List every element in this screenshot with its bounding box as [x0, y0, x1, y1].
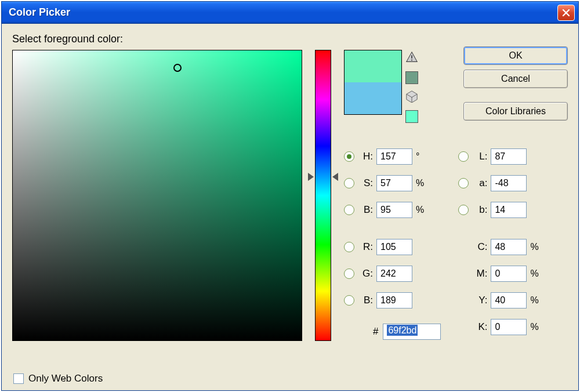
hue-arrow-left-icon: [308, 173, 314, 181]
input-h[interactable]: [376, 148, 412, 165]
saturation-brightness-field[interactable]: [12, 50, 302, 341]
dialog-body: Select foreground color:: [2, 24, 578, 390]
radio-h[interactable]: [344, 151, 354, 162]
label-bc: B:: [358, 295, 373, 306]
input-l[interactable]: [491, 148, 527, 165]
hsb-rgb-column: H: ° S: % B:: [344, 146, 441, 340]
radio-r[interactable]: [344, 242, 354, 252]
cancel-button[interactable]: Cancel: [463, 70, 568, 88]
websafe-warning-icon[interactable]: [405, 90, 418, 104]
unit-s: %: [416, 178, 427, 188]
label-y: Y:: [472, 295, 487, 306]
ok-button[interactable]: OK: [463, 46, 568, 65]
radio-b[interactable]: [458, 205, 469, 215]
websafe-closest-chip[interactable]: [405, 110, 418, 123]
lab-cmyk-column: L: a: b:: [458, 146, 542, 340]
label-k: K:: [472, 321, 487, 333]
old-color-swatch[interactable]: [345, 82, 401, 114]
hue-arrow-right-icon: [332, 173, 338, 181]
radio-bc[interactable]: [344, 295, 354, 306]
only-web-colors-label: Only Web Colors: [28, 373, 103, 384]
input-y[interactable]: [491, 292, 527, 308]
label-hex: #: [373, 326, 378, 337]
hue-slider[interactable]: [307, 50, 339, 341]
sb-cursor-icon: [173, 64, 182, 72]
color-picker-window: Color Picker Select foreground color:: [1, 1, 579, 391]
unit-c: %: [530, 242, 542, 252]
radio-g[interactable]: [344, 268, 354, 279]
label-r: R:: [358, 241, 373, 253]
radio-a[interactable]: [458, 178, 469, 188]
only-web-colors-checkbox[interactable]: [13, 373, 24, 384]
label-h: H:: [358, 151, 373, 162]
input-g[interactable]: [376, 266, 412, 282]
radio-bv[interactable]: [344, 205, 354, 215]
window-title: Color Picker: [9, 6, 70, 19]
new-color-swatch: [345, 50, 401, 82]
close-icon: [562, 9, 570, 17]
input-m[interactable]: [491, 266, 527, 282]
gamut-warning-icon[interactable]: [405, 51, 418, 66]
input-bc[interactable]: [376, 292, 412, 308]
input-bv[interactable]: [376, 202, 412, 218]
label-bv: B:: [358, 204, 373, 216]
color-libraries-button[interactable]: Color Libraries: [463, 102, 568, 121]
gamut-closest-chip[interactable]: [405, 71, 418, 84]
svg-rect-3: [411, 55, 412, 59]
unit-m: %: [530, 268, 542, 279]
svg-rect-4: [411, 60, 412, 61]
input-b[interactable]: [491, 202, 527, 218]
input-c[interactable]: [491, 239, 527, 255]
label-a: a:: [472, 177, 487, 189]
label-g: G:: [358, 268, 373, 280]
input-k[interactable]: [491, 319, 527, 335]
close-button[interactable]: [557, 5, 575, 21]
unit-k: %: [530, 322, 542, 332]
titlebar[interactable]: Color Picker: [2, 2, 578, 24]
label-s: S:: [358, 177, 373, 189]
input-s[interactable]: [376, 175, 412, 191]
unit-y: %: [530, 295, 542, 306]
color-swatch: [344, 50, 402, 115]
label-b: b:: [472, 204, 487, 216]
input-a[interactable]: [491, 175, 527, 191]
hue-strip[interactable]: [315, 50, 331, 341]
caption-label: Select foreground color:: [12, 33, 570, 45]
label-c: C:: [472, 241, 487, 253]
input-hex[interactable]: 69f2bd: [383, 324, 441, 340]
input-r[interactable]: [376, 239, 412, 255]
radio-s[interactable]: [344, 178, 354, 188]
unit-h: °: [416, 151, 427, 162]
unit-bv: %: [416, 205, 427, 215]
label-l: L:: [472, 151, 487, 162]
radio-l[interactable]: [458, 151, 469, 162]
label-m: M:: [472, 268, 487, 280]
